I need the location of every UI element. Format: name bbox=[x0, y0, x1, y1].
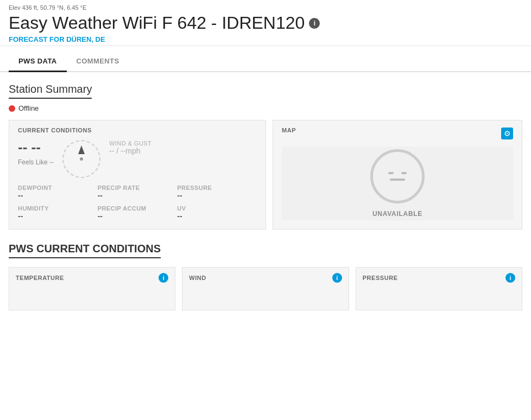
pws-cards-row: TEMPERATURE i WIND i PRESSURE i bbox=[9, 267, 522, 310]
current-conditions-panel: CURRENT CONDITIONS -- -- Feels Like -- bbox=[9, 120, 266, 230]
station-title: Easy Weather WiFi F 642 - IDREN120 i bbox=[9, 13, 522, 33]
gear-icon[interactable]: ⚙ bbox=[501, 128, 513, 139]
dial-arrow bbox=[78, 145, 85, 154]
humidity-value: -- bbox=[18, 212, 98, 220]
pws-temp-label: TEMPERATURE bbox=[16, 275, 64, 281]
map-body: UNAVAILABLE bbox=[282, 147, 513, 220]
pws-wind-label: WIND bbox=[189, 275, 206, 281]
metric-pressure: PRESSURE -- bbox=[177, 184, 257, 200]
precip-accum-value: -- bbox=[98, 212, 178, 220]
face-eyes bbox=[388, 172, 407, 174]
pws-current-title: PWS CURRENT CONDITIONS bbox=[9, 243, 161, 258]
offline-dot bbox=[9, 105, 15, 112]
current-conditions-label: CURRENT CONDITIONS bbox=[18, 127, 257, 133]
pws-card-temperature: TEMPERATURE i bbox=[9, 267, 175, 310]
pws-wind-info-icon[interactable]: i bbox=[332, 273, 342, 283]
pressure-value: -- bbox=[177, 191, 257, 200]
station-summary-section: Station Summary Offline bbox=[9, 83, 522, 112]
offline-label: Offline bbox=[18, 104, 39, 112]
pws-card-wind: WIND i bbox=[182, 267, 349, 310]
dial-center bbox=[80, 157, 83, 161]
pressure-label: PRESSURE bbox=[177, 184, 257, 191]
status-badge: Offline bbox=[9, 104, 522, 112]
unavailable-face bbox=[370, 149, 425, 203]
station-name-text: Easy Weather WiFi F 642 - IDREN120 bbox=[9, 13, 305, 33]
main-content: Station Summary Offline CURRENT CONDITIO… bbox=[0, 72, 531, 321]
panels-row: CURRENT CONDITIONS -- -- Feels Like -- bbox=[9, 120, 522, 230]
face-eye-left bbox=[388, 172, 394, 174]
metric-dewpoint: DEWPOINT -- bbox=[18, 184, 98, 200]
metric-humidity: HUMIDITY -- bbox=[18, 205, 98, 220]
pws-pressure-label: PRESSURE bbox=[363, 275, 398, 281]
precip-rate-value: -- bbox=[98, 191, 178, 200]
temp-block: -- -- Feels Like -- bbox=[18, 140, 54, 166]
metrics-grid: DEWPOINT -- PRECIP RATE -- PRESSURE -- H… bbox=[18, 184, 257, 220]
pws-current-section: PWS CURRENT CONDITIONS TEMPERATURE i WIN… bbox=[9, 243, 522, 310]
wind-gust-label: WIND & GUST bbox=[109, 140, 151, 147]
pws-pressure-info-icon[interactable]: i bbox=[505, 273, 515, 283]
metric-precip-accum: PRECIP ACCUM -- bbox=[98, 205, 178, 220]
pws-card-temp-header: TEMPERATURE i bbox=[16, 273, 168, 283]
pws-card-pressure: PRESSURE i bbox=[356, 267, 522, 310]
wind-dial bbox=[62, 140, 100, 178]
metric-uv: UV -- bbox=[177, 205, 257, 220]
forecast-link[interactable]: FORECAST FOR DÜREN, DE bbox=[9, 35, 105, 43]
precip-rate-label: PRECIP RATE bbox=[98, 184, 178, 191]
map-label: MAP bbox=[282, 127, 296, 133]
face-eye-right bbox=[401, 172, 407, 174]
top-bar: Elev 436 ft, 50.79 °N, 6.45 °E Easy Weat… bbox=[0, 0, 531, 46]
dewpoint-value: -- bbox=[18, 191, 98, 200]
map-panel: MAP ⚙ UNAVAILABLE bbox=[273, 120, 522, 230]
humidity-label: HUMIDITY bbox=[18, 205, 98, 212]
tab-pws-data[interactable]: PWS DATA bbox=[9, 52, 67, 72]
precip-accum-label: PRECIP ACCUM bbox=[98, 205, 178, 212]
face-mouth bbox=[390, 179, 405, 181]
tab-comments[interactable]: COMMENTS bbox=[67, 52, 129, 72]
metric-precip-rate: PRECIP RATE -- bbox=[98, 184, 178, 200]
unavailable-text: UNAVAILABLE bbox=[372, 210, 422, 218]
conditions-main-row: -- -- Feels Like -- WIND & GUST -- / --m… bbox=[18, 140, 257, 178]
station-summary-title: Station Summary bbox=[9, 83, 92, 99]
temp-value: -- -- bbox=[18, 140, 54, 154]
elevation-text: Elev 436 ft, 50.79 °N, 6.45 °E bbox=[9, 4, 522, 11]
feels-like: Feels Like -- bbox=[18, 158, 54, 166]
wind-dial-circle bbox=[62, 140, 100, 178]
uv-label: UV bbox=[177, 205, 257, 212]
uv-value: -- bbox=[177, 212, 257, 220]
wind-gust-block: WIND & GUST -- / --mph bbox=[109, 140, 151, 155]
map-panel-header: MAP ⚙ bbox=[282, 127, 513, 140]
pws-temp-info-icon[interactable]: i bbox=[159, 273, 168, 283]
tab-bar: PWS DATA COMMENTS bbox=[0, 52, 531, 72]
pws-card-wind-header: WIND i bbox=[189, 273, 342, 283]
wind-gust-value: -- / --mph bbox=[109, 147, 141, 155]
dewpoint-label: DEWPOINT bbox=[18, 184, 98, 191]
station-info-icon[interactable]: i bbox=[309, 18, 320, 29]
pws-card-pressure-header: PRESSURE i bbox=[363, 273, 515, 283]
